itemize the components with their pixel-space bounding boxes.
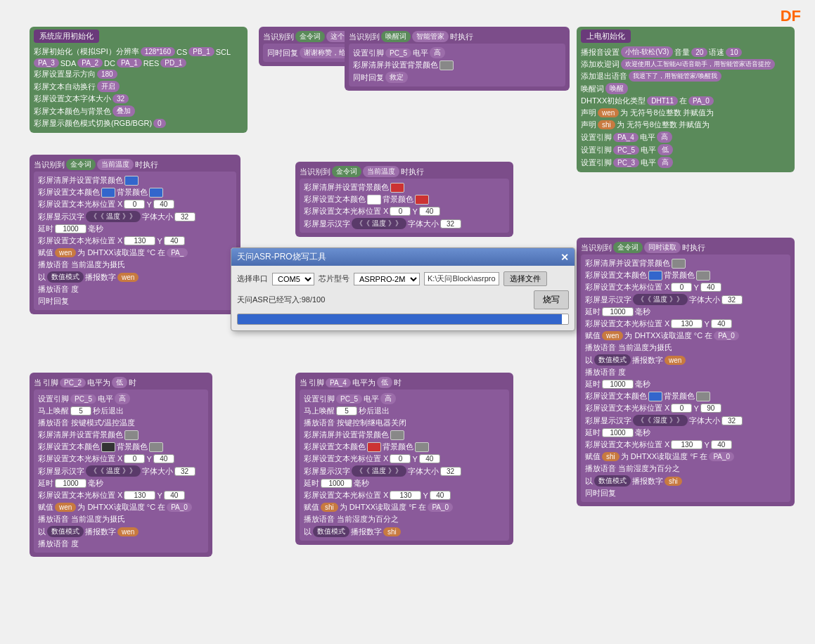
voice-trigger-5: 当识别到 金令词 同时读取 时执行 彩屏清屏并设置背景颜色 彩屏设置文本颜色 背… <box>577 238 795 506</box>
color-swatch-13 <box>124 430 139 440</box>
pin-trigger-1: 当 引脚 PC_2 电平为 低 时 设置引脚 PC_5 电平 高 马上唤醒 5 … <box>30 373 212 557</box>
progress-bar-container <box>237 314 569 325</box>
color-swatch-6 <box>367 195 381 205</box>
color-swatch-3 <box>101 188 115 198</box>
color-swatch-1 <box>439 60 454 70</box>
color-swatch-9 <box>648 271 662 281</box>
df-logo: DF <box>781 7 801 25</box>
dialog-title-text: 天问ASR-PRO烧写工具 <box>237 251 326 263</box>
color-swatch-15 <box>149 442 163 452</box>
init-row2: 彩屏设置显示方向 180 <box>34 69 243 79</box>
init-title: 系统应用初始化 <box>34 30 99 43</box>
port-select[interactable]: COM5 COM3 COM4 <box>272 273 314 285</box>
init-row5: 彩屏文本颜色与背景色 叠加 <box>34 105 243 117</box>
burn-dialog: 天问ASR-PRO烧写工具 ✕ 选择串口 COM5 COM3 COM4 芯片型号… <box>231 247 575 331</box>
color-swatch-11 <box>648 392 662 401</box>
color-swatch-8 <box>672 259 686 269</box>
dialog-row-progress-text: 天问ASR已经写入:98/100 烧写 <box>237 290 569 309</box>
burn-button[interactable]: 烧写 <box>534 290 569 309</box>
color-swatch-2 <box>124 176 139 186</box>
dialog-row-port: 选择串口 COM5 COM3 COM4 芯片型号 ASRPRO-2M ASRPR… <box>237 271 569 286</box>
chip-select[interactable]: ASRPRO-2M ASRPRO-4M <box>354 273 420 285</box>
voice-trigger-3: 当识别到 金令词 当前温度 时执行 彩屏清屏并设置背景颜色 彩屏设置文本颜色 背… <box>30 155 240 314</box>
color-swatch-18 <box>415 442 429 452</box>
power-init-title: 上电初始化 <box>581 30 631 43</box>
init-row4: 彩屏设置文本字体大小 32 <box>34 94 243 104</box>
power-init-block: 上电初始化 播报音设置 小怡-软松(V3) 音量 20 语速 10 添加欢迎词 … <box>577 27 795 172</box>
color-swatch-17 <box>367 442 381 452</box>
init-row6: 彩屏显示颜色模式切换(RGB/BGR) 0 <box>34 118 243 129</box>
file-path: K:\天问Block\asrpro <box>424 272 499 285</box>
dialog-body: 选择串口 COM5 COM3 COM4 芯片型号 ASRPRO-2M ASRPR… <box>231 266 575 330</box>
color-swatch-12 <box>696 392 710 401</box>
color-swatch-4 <box>149 188 163 198</box>
color-swatch-5 <box>390 183 404 193</box>
pin-trigger-2: 当 引脚 PA_4 电平为 低 时 设置引脚 PC_5 电平 高 马上唤醒 5 … <box>295 373 513 545</box>
port-label: 选择串口 <box>237 273 268 284</box>
progress-text: 天问ASR已经写入:98/100 <box>237 295 325 305</box>
color-swatch-10 <box>696 271 710 281</box>
color-swatch-16 <box>390 430 404 440</box>
init-row1: 彩屏初始化（模拟SPI）分辨率 128*160 CS PB_1 SCL PA_3… <box>34 46 243 67</box>
close-icon[interactable]: ✕ <box>560 252 569 263</box>
color-swatch-14 <box>101 442 115 452</box>
voice-trigger-2: 当识别到 唤醒词 智能管家 时执行 设置引脚 PC_5 电平 高 彩屏清屏并设置… <box>345 27 570 91</box>
init-row3: 彩屏文本自动换行 开启 <box>34 81 243 92</box>
voice-trigger-4: 当识别到 金令词 当前温度 时执行 彩屏清屏并设置背景颜色 彩屏设置文本颜色 背… <box>295 162 513 237</box>
color-swatch-7 <box>415 195 429 205</box>
chip-label: 芯片型号 <box>319 273 349 284</box>
dialog-title-bar[interactable]: 天问ASR-PRO烧写工具 ✕ <box>231 248 575 266</box>
init-block: 系统应用初始化 彩屏初始化（模拟SPI）分辨率 128*160 CS PB_1 … <box>30 27 248 133</box>
select-file-button[interactable]: 选择文件 <box>503 271 547 286</box>
progress-bar-fill <box>238 314 562 324</box>
